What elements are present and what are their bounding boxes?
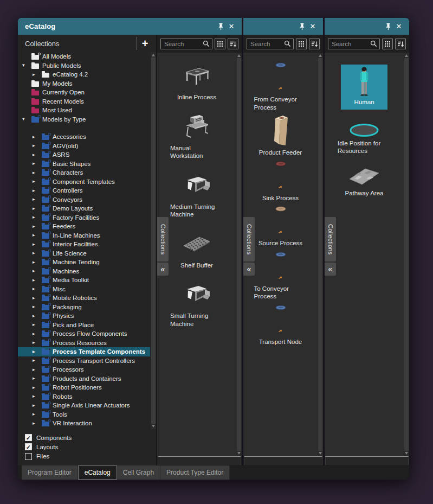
expander-icon[interactable]: ▸ xyxy=(33,206,41,211)
expander-icon[interactable]: ▸ xyxy=(33,179,41,184)
expander-icon[interactable]: ▸ xyxy=(33,72,41,77)
tree-item-characters[interactable]: ▸Characters xyxy=(18,168,150,177)
tree-item-most-used[interactable]: Most Used xyxy=(18,106,150,115)
scroll-down-icon[interactable] xyxy=(405,452,408,455)
tree-item-process-template-components[interactable]: ▸Process Template Components xyxy=(18,347,150,356)
collapse-chevron-icon[interactable]: « xyxy=(157,263,169,276)
tree-item-demo-layouts[interactable]: ▸Demo Layouts xyxy=(18,204,150,213)
side-tab-label[interactable]: Collections xyxy=(157,217,169,261)
tree-item-ecatalog-4-2[interactable]: ▸eCatalog 4.2 xyxy=(18,70,150,79)
grid-view-button[interactable] xyxy=(382,39,393,49)
expander-icon[interactable]: ▸ xyxy=(33,304,41,309)
pin-icon[interactable] xyxy=(296,21,307,32)
expander-icon[interactable]: ▸ xyxy=(33,278,41,283)
tree-item-conveyors[interactable]: ▸Conveyors xyxy=(18,195,150,205)
checkbox-components[interactable]: ✓ xyxy=(25,434,32,441)
scroll-down-icon[interactable] xyxy=(152,425,155,428)
scrollbar-thumb[interactable] xyxy=(151,58,156,424)
search-input[interactable] xyxy=(332,41,370,47)
expander-icon[interactable]: ▸ xyxy=(33,269,41,273)
search-box[interactable] xyxy=(247,39,294,49)
sort-button[interactable] xyxy=(228,39,238,49)
catalog-item-idle-position-for-resources[interactable]: Idle Position for Resources xyxy=(325,119,404,155)
checkbox-files[interactable] xyxy=(25,453,32,460)
scroll-up-icon[interactable] xyxy=(152,54,155,56)
expander-icon[interactable]: ▸ xyxy=(33,215,41,220)
search-input[interactable] xyxy=(164,41,203,47)
tab-product-type-editor[interactable]: Product Type Editor xyxy=(160,465,230,480)
side-tab-label[interactable]: Collections xyxy=(243,217,255,261)
search-box[interactable] xyxy=(328,39,380,49)
expander-icon[interactable]: ▸ xyxy=(33,296,41,301)
catalog-item-transport-node[interactable]: Transport Node xyxy=(243,303,318,346)
tree-item-public-models[interactable]: ▾Public Models xyxy=(18,61,150,71)
tree-item-all-models[interactable]: All Models xyxy=(18,52,150,61)
expander-icon[interactable]: ▸ xyxy=(33,403,41,408)
tree-item-life-science[interactable]: ▸Life Science xyxy=(18,249,150,258)
tree-item-robot-positioners[interactable]: ▸Robot Positioners xyxy=(18,383,150,392)
tree-item-pick-and-place[interactable]: ▸Pick and Place xyxy=(18,321,150,330)
tree-item-process-transport-controllers[interactable]: ▸Process Transport Controllers xyxy=(18,356,150,366)
expander-icon[interactable]: ▸ xyxy=(33,394,41,399)
tree-item-agv-old[interactable]: ▸AGV(old) xyxy=(18,142,150,151)
expander-icon[interactable]: ▸ xyxy=(33,385,41,390)
side-tab-label[interactable]: Collections xyxy=(325,217,336,261)
expander-icon[interactable]: ▸ xyxy=(33,286,41,291)
expander-icon[interactable]: ▸ xyxy=(33,197,41,202)
collapse-chevron-icon[interactable]: « xyxy=(243,263,255,276)
expander-icon[interactable]: ▸ xyxy=(33,188,41,193)
scroll-down-icon[interactable] xyxy=(319,452,322,455)
close-icon[interactable]: ✕ xyxy=(307,21,318,32)
catalog-item-sink-process[interactable]: Sink Process xyxy=(243,159,318,202)
expander-icon[interactable]: ▸ xyxy=(33,331,41,336)
tree-item-in-line-machines[interactable]: ▸In-Line Machines xyxy=(18,231,150,240)
grid-view-button[interactable] xyxy=(296,39,307,49)
expander-icon[interactable]: ▸ xyxy=(33,322,41,327)
tree-item-single-axis-linear-actuators[interactable]: ▸Single Axis Linear Actuators xyxy=(18,401,150,410)
tree-item-currently-open[interactable]: Currently Open xyxy=(18,88,150,97)
pin-icon[interactable] xyxy=(383,21,393,32)
expander-icon[interactable]: ▸ xyxy=(33,412,41,417)
tree-item-robots[interactable]: ▸Robots xyxy=(18,392,150,401)
checkbox-layouts[interactable]: ✓ xyxy=(25,443,32,450)
scrollbar-thumb[interactable] xyxy=(237,58,241,451)
collections-side-tab[interactable]: Collections « xyxy=(325,217,336,276)
tree-item-machines[interactable]: ▸Machines xyxy=(18,267,150,276)
tree-item-factory-facilities[interactable]: ▸Factory Facilities xyxy=(18,213,150,222)
tree-scrollbar[interactable] xyxy=(151,52,156,429)
tree-item-feeders[interactable]: ▸Feeders xyxy=(18,222,150,231)
expander-icon[interactable]: ▸ xyxy=(33,358,41,363)
scrollbar-thumb[interactable] xyxy=(404,58,409,451)
expander-icon[interactable]: ▾ xyxy=(22,117,30,122)
scrollbar-thumb[interactable] xyxy=(318,58,322,451)
expander-icon[interactable]: ▸ xyxy=(33,224,41,229)
collections-side-tab[interactable]: Collections « xyxy=(243,217,255,276)
expander-icon[interactable]: ▸ xyxy=(33,340,41,345)
tree-item-products-and-containers[interactable]: ▸Products and Containers xyxy=(18,374,150,384)
panel-titlebar[interactable]: ✕ xyxy=(243,18,323,35)
tree-item-component-templates[interactable]: ▸Component Templates xyxy=(18,177,150,187)
scroll-up-icon[interactable] xyxy=(319,54,322,57)
panel-scrollbar[interactable] xyxy=(404,53,409,456)
catalog-item-pathway-area[interactable]: Pathway Area xyxy=(325,164,404,197)
tree-item-vr-interaction[interactable]: ▸VR Interaction xyxy=(18,419,150,428)
catalog-item-from-conveyor-process[interactable]: From Conveyor Process xyxy=(243,60,318,111)
expander-icon[interactable]: ▾ xyxy=(22,63,30,68)
tree-item-tools[interactable]: ▸Tools xyxy=(18,410,150,419)
catalog-item-product-feeder[interactable]: Product Feeder xyxy=(243,113,318,157)
catalog-item-shelf-buffer[interactable]: Shelf Buffer xyxy=(157,229,236,270)
tab-program-editor[interactable]: Program Editor xyxy=(22,465,78,480)
expander-icon[interactable]: ▸ xyxy=(33,242,41,247)
expander-icon[interactable]: ▸ xyxy=(33,170,41,175)
close-icon[interactable]: ✕ xyxy=(226,21,237,32)
panel-scrollbar[interactable] xyxy=(236,53,242,456)
tree-item-physics[interactable]: ▸Physics xyxy=(18,311,150,321)
scroll-down-icon[interactable] xyxy=(237,452,241,455)
tree-item-misc[interactable]: ▸Misc xyxy=(18,285,150,294)
expander-icon[interactable]: ▸ xyxy=(33,349,41,354)
ecatalog-titlebar[interactable]: eCatalog ✕ xyxy=(18,18,242,35)
expander-icon[interactable]: ▸ xyxy=(33,421,41,426)
tree-item-accessories[interactable]: ▸Accessories xyxy=(18,132,150,142)
catalog-item-manual-workstation[interactable]: Manual Workstation xyxy=(157,112,236,160)
scroll-up-icon[interactable] xyxy=(237,54,241,57)
